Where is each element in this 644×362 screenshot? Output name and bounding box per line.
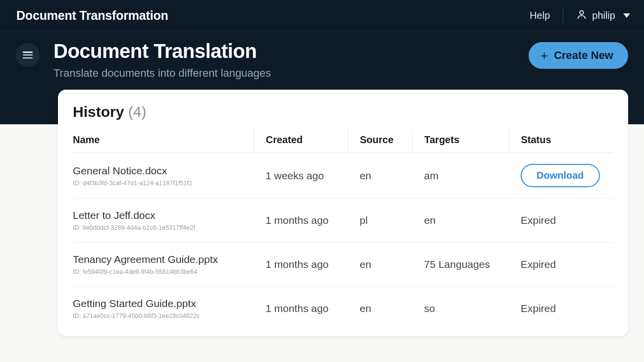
topbar-divider	[563, 8, 563, 23]
cell-status: Download	[509, 153, 613, 199]
cell-created: 1 months ago	[254, 243, 348, 287]
page-title: Document Translation	[54, 40, 515, 62]
user-menu[interactable]: philip	[576, 9, 630, 22]
content-area: History (4) Name Created Source Targets …	[0, 90, 644, 336]
svg-point-0	[580, 10, 584, 14]
cell-source: en	[348, 243, 412, 287]
hamburger-icon	[23, 52, 33, 58]
page-heading-block: Document Translation Translate documents…	[54, 40, 515, 80]
status-text: Expired	[521, 303, 556, 314]
doc-id: ID: a71ae0cc-1779-45b0-b5f3-1ee28c04822c	[73, 312, 247, 319]
col-name: Name	[73, 129, 254, 153]
doc-id: ID: fe5940f9-c1ea-4de9-9f4b-55614bb3be64	[73, 268, 247, 275]
chevron-down-icon	[623, 13, 630, 18]
cell-name: Letter to Jeff.docxID: 8e0dddcf-3289-4d4…	[73, 199, 254, 243]
table-header-row: Name Created Source Targets Status	[73, 129, 613, 153]
col-targets: Targets	[412, 129, 509, 153]
cell-status: Expired	[509, 199, 613, 243]
table-row: Tenancy Agreement Guide.pptxID: fe5940f9…	[73, 243, 613, 287]
history-count: (4)	[128, 103, 147, 120]
help-link[interactable]: Help	[530, 10, 550, 21]
col-source: Source	[348, 129, 412, 153]
plus-icon: +	[540, 49, 548, 62]
doc-name: Tenancy Agreement Guide.pptx	[73, 254, 247, 265]
doc-name: Getting Started Guide.pptx	[73, 298, 247, 310]
cell-targets: en	[412, 199, 509, 243]
cell-created: 1 weeks ago	[254, 153, 348, 199]
cell-status: Expired	[509, 287, 613, 331]
doc-name: General Notice.docx	[73, 165, 247, 177]
history-heading: History (4)	[73, 103, 613, 120]
history-card: History (4) Name Created Source Targets …	[58, 90, 628, 336]
cell-targets: am	[412, 153, 509, 199]
doc-name: Letter to Jeff.docx	[73, 209, 247, 221]
cell-created: 1 months ago	[254, 199, 348, 243]
cell-name: General Notice.docxID: d4f3b3fd-3caf-47d…	[73, 153, 254, 199]
col-created: Created	[254, 129, 348, 153]
brand-title: Document Transformation	[16, 8, 168, 23]
download-button[interactable]: Download	[521, 164, 600, 187]
cell-name: Tenancy Agreement Guide.pptxID: fe5940f9…	[73, 243, 254, 287]
table-row: General Notice.docxID: d4f3b3fd-3caf-47d…	[73, 153, 613, 199]
topbar-right: Help philip	[530, 8, 630, 23]
table-row: Letter to Jeff.docxID: 8e0dddcf-3289-4d4…	[73, 199, 613, 243]
top-bar: Document Transformation Help philip	[0, 0, 644, 31]
menu-button[interactable]	[16, 43, 40, 67]
history-table: Name Created Source Targets Status Gener…	[73, 129, 613, 330]
cell-created: 1 months ago	[254, 287, 348, 331]
cell-targets: 75 Languages	[412, 243, 509, 287]
username: philip	[592, 10, 615, 21]
history-heading-text: History	[73, 103, 124, 120]
table-row: Getting Started Guide.pptxID: a71ae0cc-1…	[73, 287, 613, 331]
doc-id: ID: d4f3b3fd-3caf-47d1-a124-a1187f1f51f2	[73, 180, 247, 187]
col-status: Status	[509, 129, 613, 153]
cell-source: en	[348, 153, 412, 199]
doc-id: ID: 8e0dddcf-3289-4d4a-b2c6-1e5317ff4e2f	[73, 224, 247, 231]
cell-targets: so	[412, 287, 509, 331]
cell-source: en	[348, 287, 412, 331]
cell-status: Expired	[509, 243, 613, 287]
status-text: Expired	[521, 214, 556, 226]
create-new-label: Create New	[554, 49, 613, 62]
status-text: Expired	[521, 259, 556, 270]
cell-source: pl	[348, 199, 412, 243]
cell-name: Getting Started Guide.pptxID: a71ae0cc-1…	[73, 287, 254, 331]
page-subtitle: Translate documents into different langu…	[54, 67, 515, 80]
create-new-button[interactable]: + Create New	[529, 42, 628, 69]
user-icon	[576, 9, 587, 22]
